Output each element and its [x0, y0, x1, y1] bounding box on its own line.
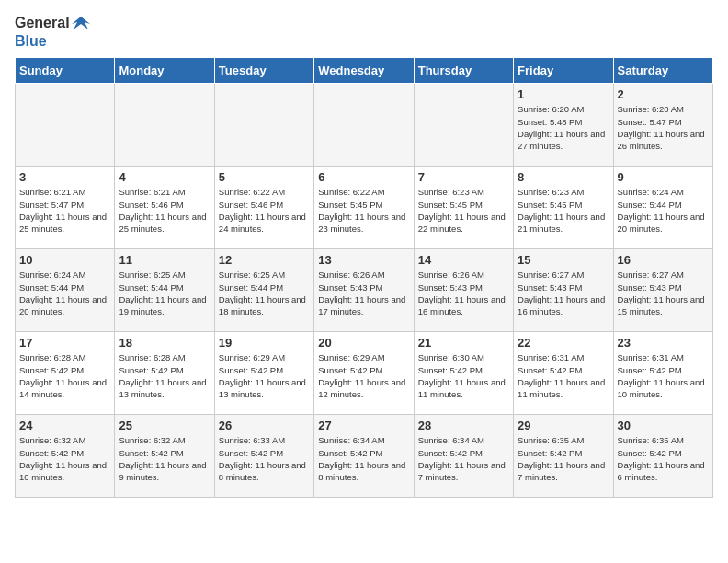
calendar-table: SundayMondayTuesdayWednesdayThursdayFrid… [15, 57, 713, 498]
week-row: 3Sunrise: 6:21 AM Sunset: 5:47 PM Daylig… [16, 167, 713, 249]
day-info: Sunrise: 6:21 AM Sunset: 5:47 PM Dayligh… [19, 186, 110, 235]
day-info: Sunrise: 6:33 AM Sunset: 5:42 PM Dayligh… [219, 434, 310, 483]
day-info: Sunrise: 6:35 AM Sunset: 5:42 PM Dayligh… [618, 434, 709, 483]
day-number: 10 [19, 253, 110, 267]
day-number: 6 [318, 170, 409, 184]
day-info: Sunrise: 6:29 AM Sunset: 5:42 PM Dayligh… [318, 351, 409, 400]
week-row: 10Sunrise: 6:24 AM Sunset: 5:44 PM Dayli… [16, 249, 713, 332]
day-number: 20 [318, 336, 409, 350]
week-row: 1Sunrise: 6:20 AM Sunset: 5:48 PM Daylig… [16, 84, 713, 167]
calendar-cell: 14Sunrise: 6:26 AM Sunset: 5:43 PM Dayli… [414, 249, 513, 332]
day-info: Sunrise: 6:20 AM Sunset: 5:48 PM Dayligh… [518, 103, 609, 152]
day-number: 21 [418, 336, 509, 350]
calendar-cell: 3Sunrise: 6:21 AM Sunset: 5:47 PM Daylig… [16, 167, 115, 249]
header-thursday: Thursday [414, 58, 513, 84]
header-monday: Monday [115, 58, 214, 84]
calendar-cell: 19Sunrise: 6:29 AM Sunset: 5:42 PM Dayli… [214, 332, 313, 415]
day-info: Sunrise: 6:34 AM Sunset: 5:42 PM Dayligh… [418, 434, 509, 483]
calendar-cell: 8Sunrise: 6:23 AM Sunset: 5:45 PM Daylig… [514, 167, 613, 249]
calendar-cell: 4Sunrise: 6:21 AM Sunset: 5:46 PM Daylig… [115, 167, 214, 249]
calendar-cell: 23Sunrise: 6:31 AM Sunset: 5:42 PM Dayli… [613, 332, 712, 415]
page-header: General Blue [15, 15, 713, 50]
logo: General Blue [15, 15, 92, 50]
calendar-cell: 10Sunrise: 6:24 AM Sunset: 5:44 PM Dayli… [16, 249, 115, 332]
calendar-cell [214, 84, 313, 167]
day-info: Sunrise: 6:24 AM Sunset: 5:44 PM Dayligh… [19, 269, 110, 317]
day-number: 28 [418, 419, 509, 432]
day-info: Sunrise: 6:29 AM Sunset: 5:42 PM Dayligh… [219, 351, 310, 400]
calendar-cell: 2Sunrise: 6:20 AM Sunset: 5:47 PM Daylig… [613, 84, 712, 167]
day-info: Sunrise: 6:21 AM Sunset: 5:46 PM Dayligh… [119, 186, 210, 235]
day-number: 29 [518, 419, 609, 432]
day-info: Sunrise: 6:26 AM Sunset: 5:43 PM Dayligh… [318, 269, 409, 317]
day-number: 15 [518, 253, 609, 267]
header-row: SundayMondayTuesdayWednesdayThursdayFrid… [16, 58, 713, 84]
day-number: 18 [119, 336, 210, 350]
day-number: 4 [119, 170, 210, 184]
day-info: Sunrise: 6:22 AM Sunset: 5:46 PM Dayligh… [219, 186, 310, 235]
day-number: 7 [418, 170, 509, 184]
calendar-cell: 21Sunrise: 6:30 AM Sunset: 5:42 PM Dayli… [414, 332, 513, 415]
calendar-cell: 12Sunrise: 6:25 AM Sunset: 5:44 PM Dayli… [214, 249, 313, 332]
header-wednesday: Wednesday [314, 58, 414, 84]
calendar-cell: 26Sunrise: 6:33 AM Sunset: 5:42 PM Dayli… [214, 415, 313, 498]
day-number: 19 [219, 336, 310, 350]
day-info: Sunrise: 6:20 AM Sunset: 5:47 PM Dayligh… [618, 103, 709, 152]
calendar-cell: 6Sunrise: 6:22 AM Sunset: 5:45 PM Daylig… [314, 167, 414, 249]
calendar-cell: 5Sunrise: 6:22 AM Sunset: 5:46 PM Daylig… [214, 167, 313, 249]
week-row: 24Sunrise: 6:32 AM Sunset: 5:42 PM Dayli… [16, 415, 713, 498]
day-number: 12 [219, 253, 310, 267]
day-number: 11 [119, 253, 210, 267]
calendar-cell: 24Sunrise: 6:32 AM Sunset: 5:42 PM Dayli… [16, 415, 115, 498]
day-info: Sunrise: 6:34 AM Sunset: 5:42 PM Dayligh… [318, 434, 409, 483]
day-info: Sunrise: 6:32 AM Sunset: 5:42 PM Dayligh… [119, 434, 210, 483]
calendar-cell: 28Sunrise: 6:34 AM Sunset: 5:42 PM Dayli… [414, 415, 513, 498]
day-number: 3 [19, 170, 110, 184]
day-number: 5 [219, 170, 310, 184]
calendar-cell: 1Sunrise: 6:20 AM Sunset: 5:48 PM Daylig… [514, 84, 613, 167]
calendar-cell: 29Sunrise: 6:35 AM Sunset: 5:42 PM Dayli… [514, 415, 613, 498]
day-info: Sunrise: 6:25 AM Sunset: 5:44 PM Dayligh… [219, 269, 310, 317]
header-friday: Friday [514, 58, 613, 84]
calendar-cell: 27Sunrise: 6:34 AM Sunset: 5:42 PM Dayli… [314, 415, 414, 498]
calendar-cell: 9Sunrise: 6:24 AM Sunset: 5:44 PM Daylig… [613, 167, 712, 249]
calendar-cell [16, 84, 115, 167]
day-info: Sunrise: 6:26 AM Sunset: 5:43 PM Dayligh… [418, 269, 509, 317]
header-saturday: Saturday [613, 58, 712, 84]
day-info: Sunrise: 6:27 AM Sunset: 5:43 PM Dayligh… [518, 269, 609, 317]
calendar-cell: 17Sunrise: 6:28 AM Sunset: 5:42 PM Dayli… [16, 332, 115, 415]
day-info: Sunrise: 6:35 AM Sunset: 5:42 PM Dayligh… [518, 434, 609, 483]
calendar-cell: 13Sunrise: 6:26 AM Sunset: 5:43 PM Dayli… [314, 249, 414, 332]
day-number: 24 [19, 419, 110, 432]
day-number: 26 [219, 419, 310, 432]
day-number: 30 [618, 419, 709, 432]
calendar-cell: 22Sunrise: 6:31 AM Sunset: 5:42 PM Dayli… [514, 332, 613, 415]
day-info: Sunrise: 6:31 AM Sunset: 5:42 PM Dayligh… [518, 351, 609, 400]
day-number: 16 [618, 253, 709, 267]
header-tuesday: Tuesday [214, 58, 313, 84]
day-info: Sunrise: 6:30 AM Sunset: 5:42 PM Dayligh… [418, 351, 509, 400]
day-number: 8 [518, 170, 609, 184]
day-info: Sunrise: 6:23 AM Sunset: 5:45 PM Dayligh… [518, 186, 609, 235]
day-info: Sunrise: 6:28 AM Sunset: 5:42 PM Dayligh… [119, 351, 210, 400]
calendar-cell: 16Sunrise: 6:27 AM Sunset: 5:43 PM Dayli… [613, 249, 712, 332]
day-info: Sunrise: 6:27 AM Sunset: 5:43 PM Dayligh… [618, 269, 709, 317]
header-sunday: Sunday [16, 58, 115, 84]
calendar-cell: 20Sunrise: 6:29 AM Sunset: 5:42 PM Dayli… [314, 332, 414, 415]
calendar-cell [314, 84, 414, 167]
day-number: 17 [19, 336, 110, 350]
day-info: Sunrise: 6:22 AM Sunset: 5:45 PM Dayligh… [318, 186, 409, 235]
day-number: 27 [318, 419, 409, 432]
day-number: 1 [518, 87, 609, 101]
day-number: 23 [618, 336, 709, 350]
calendar-cell [414, 84, 513, 167]
day-info: Sunrise: 6:25 AM Sunset: 5:44 PM Dayligh… [119, 269, 210, 317]
day-info: Sunrise: 6:23 AM Sunset: 5:45 PM Dayligh… [418, 186, 509, 235]
logo-text-block: General Blue [15, 15, 92, 50]
day-number: 9 [618, 170, 709, 184]
day-info: Sunrise: 6:32 AM Sunset: 5:42 PM Dayligh… [19, 434, 110, 483]
day-info: Sunrise: 6:31 AM Sunset: 5:42 PM Dayligh… [618, 351, 709, 400]
day-number: 13 [318, 253, 409, 267]
svg-marker-0 [72, 17, 90, 29]
day-number: 2 [618, 87, 709, 101]
